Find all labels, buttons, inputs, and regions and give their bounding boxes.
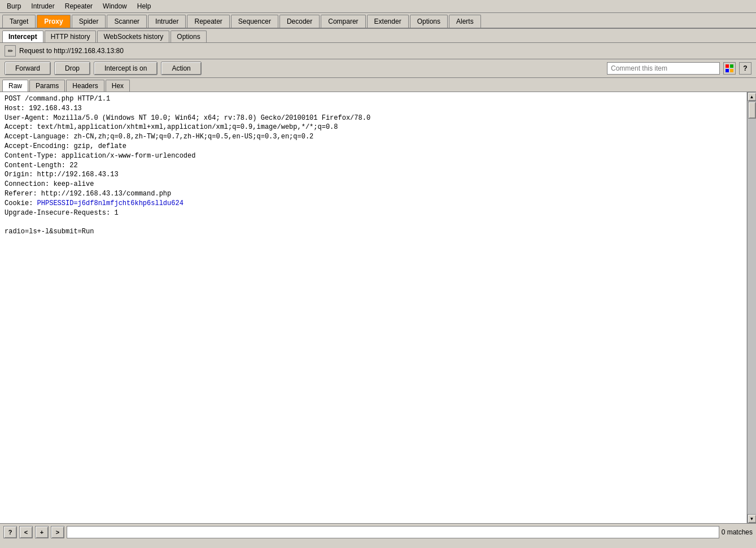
svg-rect-0 bbox=[726, 64, 729, 68]
tab-hex[interactable]: Hex bbox=[106, 80, 130, 92]
menu-help[interactable]: Help bbox=[133, 1, 156, 11]
menu-window[interactable]: Window bbox=[98, 1, 132, 11]
content-area: POST /command.php HTTP/1.1 Host: 192.168… bbox=[0, 92, 756, 523]
edit-icon[interactable]: ✏ bbox=[5, 45, 16, 56]
tab-comparer[interactable]: Comparer bbox=[321, 15, 365, 28]
tab-decoder[interactable]: Decoder bbox=[279, 15, 320, 28]
tab-scanner[interactable]: Scanner bbox=[107, 15, 147, 28]
secondary-tab-bar: Intercept HTTP history WebSockets histor… bbox=[0, 29, 756, 43]
cookie-value: PHPSESSID=j6df8nlmfjcht6khp6slldu624 bbox=[37, 199, 183, 207]
tab-intercept[interactable]: Intercept bbox=[2, 31, 43, 42]
menu-repeater[interactable]: Repeater bbox=[60, 1, 97, 11]
nav-plus-button[interactable]: + bbox=[35, 526, 49, 538]
body-line13: Upgrade-Insecure-Requests: 1 bbox=[5, 209, 119, 217]
intercept-toggle-button[interactable]: Intercept is on bbox=[94, 62, 158, 75]
help-button[interactable]: ? bbox=[739, 62, 751, 75]
tab-extender[interactable]: Extender bbox=[367, 15, 409, 28]
scrollbar[interactable]: ▲ ▼ bbox=[747, 92, 756, 523]
nav-question-button[interactable]: ? bbox=[3, 526, 17, 538]
body-line6: Accept-Encoding: gzip, deflate bbox=[5, 142, 126, 150]
tab-sequencer[interactable]: Sequencer bbox=[231, 15, 278, 28]
menu-bar: Burp Intruder Repeater Window Help bbox=[0, 0, 756, 13]
cookie-label: Cookie: bbox=[5, 199, 37, 207]
comment-input[interactable] bbox=[607, 62, 720, 75]
body-line10: Connection: keep-alive bbox=[5, 180, 94, 188]
tab-intruder[interactable]: Intruder bbox=[148, 15, 186, 28]
nav-prev-button[interactable]: < bbox=[19, 526, 33, 538]
tab-alerts[interactable]: Alerts bbox=[449, 15, 481, 28]
body-line9: Origin: http://192.168.43.13 bbox=[5, 171, 119, 179]
body-line7: Content-Type: application/x-www-form-url… bbox=[5, 152, 195, 160]
body-line2: Host: 192.168.43.13 bbox=[5, 105, 82, 112]
tab-http-history[interactable]: HTTP history bbox=[45, 31, 97, 42]
request-url: Request to http://192.168.43.13:80 bbox=[19, 47, 124, 55]
tab-params[interactable]: Params bbox=[29, 80, 65, 92]
body-line3: User-Agent: Mozilla/5.0 (Windows NT 10.0… bbox=[5, 114, 370, 122]
body-line1: POST /command.php HTTP/1.1 bbox=[5, 95, 110, 103]
tab-raw[interactable]: Raw bbox=[2, 80, 28, 92]
tab-proxy-options[interactable]: Options bbox=[171, 31, 206, 42]
tab-options[interactable]: Options bbox=[410, 15, 448, 28]
scroll-thumb[interactable] bbox=[748, 102, 756, 119]
tab-repeater[interactable]: Repeater bbox=[187, 15, 229, 28]
nav-next-button[interactable]: > bbox=[51, 526, 64, 538]
body-line11: Referer: http://192.168.43.13/command.ph… bbox=[5, 190, 171, 198]
drop-button[interactable]: Drop bbox=[54, 62, 90, 75]
content-tab-bar: Raw Params Headers Hex bbox=[0, 78, 756, 92]
body-line4: Accept: text/html,application/xhtml+xml,… bbox=[5, 123, 338, 131]
body-line5: Accept-Language: zh-CN,zh;q=0.8,zh-TW;q=… bbox=[5, 133, 313, 141]
svg-rect-1 bbox=[730, 64, 733, 68]
main-tab-bar: Target Proxy Spider Scanner Intruder Rep… bbox=[0, 13, 756, 29]
bottom-bar: ? < + > 0 matches bbox=[0, 523, 756, 541]
color-grid-button[interactable] bbox=[723, 62, 736, 75]
menu-intruder[interactable]: Intruder bbox=[27, 1, 59, 11]
menu-burp[interactable]: Burp bbox=[2, 1, 25, 11]
tab-proxy[interactable]: Proxy bbox=[37, 15, 70, 28]
body-line15: radio=ls+-l&submit=Run bbox=[5, 228, 94, 236]
svg-rect-3 bbox=[730, 69, 733, 72]
tab-spider[interactable]: Spider bbox=[72, 15, 106, 28]
forward-button[interactable]: Forward bbox=[5, 62, 51, 75]
action-bar: Forward Drop Intercept is on Action ? bbox=[0, 59, 756, 78]
matches-label: 0 matches bbox=[722, 528, 753, 536]
scroll-down-arrow[interactable]: ▼ bbox=[748, 514, 757, 523]
scroll-up-arrow[interactable]: ▲ bbox=[748, 92, 757, 101]
body-line8: Content-Length: 22 bbox=[5, 162, 78, 169]
scroll-track[interactable] bbox=[748, 101, 757, 514]
tab-websockets-history[interactable]: WebSockets history bbox=[97, 31, 169, 42]
action-button[interactable]: Action bbox=[161, 62, 201, 75]
request-info-bar: ✏ Request to http://192.168.43.13:80 bbox=[0, 43, 756, 59]
tab-target[interactable]: Target bbox=[2, 15, 36, 28]
svg-rect-2 bbox=[726, 69, 729, 72]
request-body[interactable]: POST /command.php HTTP/1.1 Host: 192.168… bbox=[0, 92, 747, 523]
search-input[interactable] bbox=[67, 526, 719, 538]
tab-headers[interactable]: Headers bbox=[66, 80, 104, 92]
